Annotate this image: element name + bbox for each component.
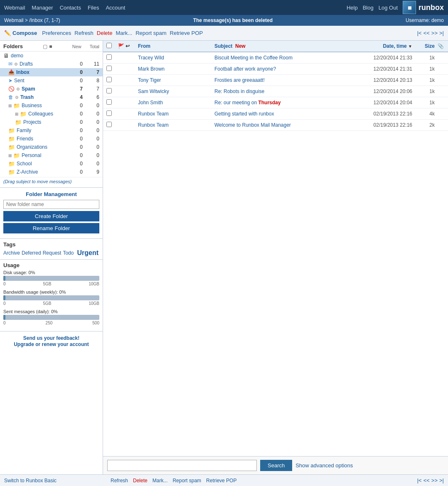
row-subject-3[interactable]: Frosties are greeaaatt! <box>214 77 346 83</box>
bottom-refresh[interactable]: Refresh <box>111 478 128 484</box>
tag-deferred[interactable]: Deferred <box>22 250 41 256</box>
tag-archive[interactable]: Archive <box>3 250 20 256</box>
row-check-7[interactable] <box>106 122 116 128</box>
header-from[interactable]: From <box>138 43 213 49</box>
nav-account[interactable]: Account <box>106 5 125 11</box>
email-row[interactable]: John Smith Re: our meeting on Thursday 1… <box>103 97 448 108</box>
row-subject-6[interactable]: Getting started with runbox <box>214 111 346 117</box>
nav-logout[interactable]: Log Out <box>379 5 398 11</box>
email-row[interactable]: Sam Witwicky Re: Robots in disguise 12/2… <box>103 86 448 97</box>
nav-last-button[interactable]: >| <box>439 30 444 36</box>
folder-expand-icon[interactable]: ▢ <box>43 44 47 49</box>
delete-button[interactable]: Delete <box>97 30 113 36</box>
checkbox-4[interactable] <box>106 88 112 93</box>
folder-item-sent[interactable]: ➤ Sent 0 8 <box>0 76 103 85</box>
checkbox-5[interactable] <box>106 99 112 105</box>
bottom-retrieve-pop[interactable]: Retrieve POP <box>206 478 236 484</box>
folder-item-zarchive[interactable]: 📁 Z-Archive 0 9 <box>0 168 103 176</box>
row-check-6[interactable] <box>106 110 116 117</box>
header-size[interactable]: Size <box>414 43 435 49</box>
sort-size-link[interactable]: Size <box>425 43 435 49</box>
tag-request[interactable]: Request <box>43 250 62 256</box>
sort-from-link[interactable]: From <box>138 43 150 49</box>
row-from-6[interactable]: Runbox Team <box>138 111 213 117</box>
row-from-1[interactable]: Tracey Wild <box>138 55 213 61</box>
bottom-delete[interactable]: Delete <box>133 478 148 484</box>
search-button[interactable]: Search <box>260 460 292 471</box>
mark-button[interactable]: Mark... <box>116 30 132 36</box>
row-subject-4[interactable]: Re: Robots in disguise <box>214 88 346 94</box>
rename-folder-button[interactable]: Rename Folder <box>3 223 99 233</box>
folder-item-friends[interactable]: 📁 Friends 0 0 <box>0 135 103 143</box>
nav-webmail[interactable]: Webmail <box>4 5 25 11</box>
row-check-3[interactable] <box>106 77 116 83</box>
new-folder-input[interactable] <box>3 200 99 209</box>
nav-files[interactable]: Files <box>88 5 99 11</box>
bottom-nav-first[interactable]: |< <box>417 477 422 484</box>
nav-next2-button[interactable]: >> <box>431 30 438 36</box>
search-input[interactable] <box>107 460 257 471</box>
refresh-button[interactable]: Refresh <box>74 30 94 36</box>
row-subject-2[interactable]: Football after work anyone? <box>214 66 346 72</box>
bottom-nav-next2[interactable]: >> <box>431 477 438 484</box>
header-subject[interactable]: Subject New <box>214 43 346 49</box>
email-row[interactable]: Runbox Team Welcome to Runbox Mail Manag… <box>103 120 448 131</box>
row-check-5[interactable] <box>106 99 116 106</box>
email-row[interactable]: Tracey Wild Biscuit Meeting in the Coffe… <box>103 52 448 64</box>
folder-item-spam[interactable]: 🚫 ⚙ Spam 7 7 <box>0 85 103 93</box>
bottom-nav-prev2[interactable]: << <box>423 477 430 484</box>
bottom-nav-last[interactable]: >| <box>439 477 444 484</box>
folder-item-organizations[interactable]: 📁 Organizations 0 0 <box>0 143 103 151</box>
switch-basic-link[interactable]: Switch to Runbox Basic <box>4 478 57 484</box>
feedback-link[interactable]: Send us your feedback! <box>23 335 79 341</box>
row-from-7[interactable]: Runbox Team <box>138 122 213 128</box>
folder-item-inbox[interactable]: 📥 Inbox 0 7 <box>0 68 103 76</box>
nav-first-button[interactable]: |< <box>417 30 422 36</box>
row-from-5[interactable]: John Smith <box>138 100 213 106</box>
folder-item-school[interactable]: 📁 School 0 0 <box>0 160 103 168</box>
tag-urgent[interactable]: Urgent <box>77 249 98 257</box>
create-folder-button[interactable]: Create Folder <box>3 211 99 221</box>
retrieve-pop-button[interactable]: Retrieve POP <box>170 30 203 36</box>
row-subject-7[interactable]: Welcome to Runbox Mail Manager <box>214 122 346 128</box>
upgrade-link[interactable]: Upgrade or renew your account <box>14 341 89 347</box>
folder-item-business[interactable]: ⊞ 📁 Business 0 0 <box>0 101 103 110</box>
folder-collapse-icon[interactable]: ■ <box>49 44 52 49</box>
checkbox-1[interactable] <box>106 54 112 60</box>
compose-button[interactable]: ✏️ Compose <box>4 30 37 36</box>
row-check-4[interactable] <box>106 88 116 95</box>
report-spam-button[interactable]: Report spam <box>135 30 166 36</box>
bottom-mark[interactable]: Mark... <box>153 478 168 484</box>
email-row[interactable]: Mark Brown Football after work anyone? 1… <box>103 64 448 75</box>
checkbox-7[interactable] <box>106 122 112 127</box>
nav-blog[interactable]: Blog <box>363 5 374 11</box>
sort-subject-link[interactable]: Subject <box>214 43 232 49</box>
sort-date-link[interactable]: Date, time <box>383 43 406 49</box>
email-row[interactable]: Runbox Team Getting started with runbox … <box>103 108 448 120</box>
folder-item-trash[interactable]: 🗑 ⚙ Trash 4 6 <box>0 93 103 101</box>
nav-manager[interactable]: Manager <box>32 5 53 11</box>
preferences-link[interactable]: Preferences <box>42 30 71 36</box>
folder-item-personal[interactable]: ⊞ 📁 Personal 0 0 <box>0 151 103 160</box>
checkbox-2[interactable] <box>106 66 112 71</box>
row-subject-5[interactable]: Re: our meeting on Thursday <box>214 100 346 106</box>
row-subject-1[interactable]: Biscuit Meeting in the Coffee Room <box>214 55 346 61</box>
folder-item-drafts[interactable]: ✉ ⚙ Drafts 0 11 <box>0 60 103 68</box>
nav-contacts[interactable]: Contacts <box>60 5 81 11</box>
advanced-search-link[interactable]: Show advanced options <box>295 462 353 469</box>
checkbox-6[interactable] <box>106 110 112 116</box>
header-date[interactable]: Date, time ▼ <box>348 43 412 49</box>
row-check-1[interactable] <box>106 54 116 61</box>
bottom-report-spam[interactable]: Report spam <box>172 478 201 484</box>
folder-item-colleagues[interactable]: ⊞ 📁 Colleagues 0 0 <box>0 110 103 118</box>
select-all-checkbox[interactable] <box>106 43 112 48</box>
folder-item-projects[interactable]: 📁 Projects 0 0 <box>0 118 103 126</box>
row-from-3[interactable]: Tony Tiger <box>138 77 213 83</box>
email-row[interactable]: Tony Tiger Frosties are greeaaatt! 12/20… <box>103 75 448 86</box>
checkbox-3[interactable] <box>106 77 112 82</box>
tag-todo[interactable]: Todo <box>63 250 74 256</box>
nav-prev2-button[interactable]: << <box>423 30 430 36</box>
row-from-2[interactable]: Mark Brown <box>138 66 213 72</box>
folder-item-demo[interactable]: 🖥 demo <box>0 52 103 60</box>
row-check-2[interactable] <box>106 66 116 72</box>
